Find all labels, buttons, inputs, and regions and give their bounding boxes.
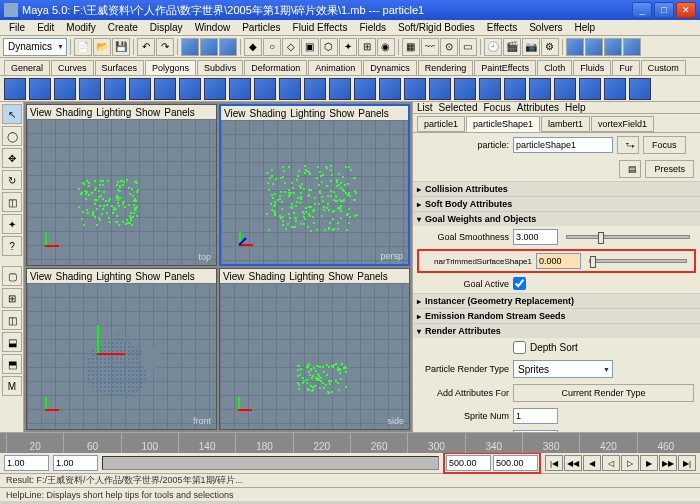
presets-button[interactable]: Presets xyxy=(645,160,694,178)
layout-1-icon[interactable] xyxy=(566,38,584,56)
shelf-icon[interactable] xyxy=(204,78,226,100)
sprite-num-input[interactable] xyxy=(513,408,558,424)
select-object-icon[interactable] xyxy=(200,38,218,56)
shelf-icon[interactable] xyxy=(79,78,101,100)
rewind-icon[interactable]: |◀ xyxy=(545,455,563,471)
sprite-sx-input[interactable] xyxy=(513,430,558,432)
script-icon[interactable]: M xyxy=(2,376,22,396)
step-back-icon[interactable]: ◀◀ xyxy=(564,455,582,471)
shelf-icon[interactable] xyxy=(329,78,351,100)
menu-fields[interactable]: Fields xyxy=(354,21,391,34)
select-tool-icon[interactable]: ↖ xyxy=(2,104,22,124)
play-fwd-icon[interactable]: ▷ xyxy=(621,455,639,471)
menu-particles[interactable]: Particles xyxy=(237,21,285,34)
snap-grid-icon[interactable]: ▦ xyxy=(402,38,420,56)
shelf-tab-fluids[interactable]: Fluids xyxy=(573,60,611,75)
mask-5-icon[interactable]: ⬡ xyxy=(320,38,338,56)
obj-tab-lambert1[interactable]: lambert1 xyxy=(541,116,590,132)
end-icon[interactable]: ▶| xyxy=(678,455,696,471)
anim-end-input[interactable] xyxy=(493,455,538,471)
render-icon[interactable]: 🎬 xyxy=(503,38,521,56)
mask-8-icon[interactable]: ◉ xyxy=(377,38,395,56)
attr-menu-help[interactable]: Help xyxy=(565,102,586,113)
attr-menu-selected[interactable]: Selected xyxy=(439,102,478,113)
range-slider[interactable] xyxy=(102,456,439,470)
mask-7-icon[interactable]: ⊞ xyxy=(358,38,376,56)
shelf-icon[interactable] xyxy=(279,78,301,100)
module-selector[interactable]: Dynamics xyxy=(3,38,67,56)
ipr-icon[interactable]: 📷 xyxy=(522,38,540,56)
layout-c-icon[interactable]: ⬒ xyxy=(2,354,22,374)
time-slider[interactable]: 2060100140180220260300340380420460 xyxy=(0,433,700,453)
layout-2-icon[interactable] xyxy=(585,38,603,56)
shelf-icon[interactable] xyxy=(29,78,51,100)
layout-3-icon[interactable] xyxy=(604,38,622,56)
shelf-tab-dynamics[interactable]: Dynamics xyxy=(363,60,417,75)
shelf-icon[interactable] xyxy=(154,78,176,100)
menu-effects[interactable]: Effects xyxy=(482,21,522,34)
command-line[interactable]: Result: F:/王威资料/个人作品/数字世界/2005年第1期/碎片... xyxy=(0,473,700,487)
obj-tab-particle1[interactable]: particle1 xyxy=(417,116,465,132)
layout-a-icon[interactable]: ◫ xyxy=(2,310,22,330)
range-start-input[interactable] xyxy=(53,455,98,471)
shelf-icon[interactable] xyxy=(504,78,526,100)
new-scene-icon[interactable]: 📄 xyxy=(74,38,92,56)
section-softbody[interactable]: Soft Body Attributes xyxy=(413,196,700,211)
layout-4-icon[interactable] xyxy=(623,38,641,56)
menu-file[interactable]: File xyxy=(4,21,30,34)
shelf-icon[interactable] xyxy=(579,78,601,100)
presets-icon-button[interactable]: ▤ xyxy=(619,160,641,178)
obj-tab-particleshape1[interactable]: particleShape1 xyxy=(466,116,540,132)
shelf-icon[interactable] xyxy=(404,78,426,100)
scale-tool-icon[interactable]: ◫ xyxy=(2,192,22,212)
four-view-icon[interactable]: ⊞ xyxy=(2,288,22,308)
shelf-icon[interactable] xyxy=(604,78,626,100)
shelf-tab-general[interactable]: General xyxy=(4,60,50,75)
menu-window[interactable]: Window xyxy=(190,21,236,34)
menu-edit[interactable]: Edit xyxy=(32,21,59,34)
shelf-icon[interactable] xyxy=(429,78,451,100)
viewport-persp[interactable]: ViewShadingLightingShowPanels persp xyxy=(219,104,410,266)
goal-smoothness-input[interactable] xyxy=(513,229,558,245)
single-view-icon[interactable]: ▢ xyxy=(2,266,22,286)
menu-create[interactable]: Create xyxy=(103,21,143,34)
step-fwd-icon[interactable]: ▶▶ xyxy=(659,455,677,471)
menu-help[interactable]: Help xyxy=(570,21,601,34)
add-attr-button[interactable]: Current Render Type xyxy=(513,384,694,402)
mask-3-icon[interactable]: ◇ xyxy=(282,38,300,56)
shelf-icon[interactable] xyxy=(304,78,326,100)
goal-shape-input[interactable] xyxy=(536,253,581,269)
last-tool-icon[interactable]: ? xyxy=(2,236,22,256)
section-goals[interactable]: Goal Weights and Objects xyxy=(413,211,700,226)
anim-start-input[interactable] xyxy=(4,455,49,471)
shelf-tab-rendering[interactable]: Rendering xyxy=(418,60,474,75)
mask-2-icon[interactable]: ○ xyxy=(263,38,281,56)
maximize-button[interactable]: □ xyxy=(654,2,674,18)
rotate-tool-icon[interactable]: ↻ xyxy=(2,170,22,190)
undo-icon[interactable]: ↶ xyxy=(137,38,155,56)
shelf-icon[interactable] xyxy=(379,78,401,100)
viewport-front[interactable]: ViewShadingLightingShowPanels front xyxy=(26,268,217,430)
goal-smoothness-slider[interactable] xyxy=(566,235,690,239)
viewport-top[interactable]: ViewShadingLightingShowPanels top xyxy=(26,104,217,266)
shelf-tab-curves[interactable]: Curves xyxy=(51,60,94,75)
save-scene-icon[interactable]: 💾 xyxy=(112,38,130,56)
menu-display[interactable]: Display xyxy=(145,21,188,34)
goal-active-checkbox[interactable] xyxy=(513,277,526,290)
snap-point-icon[interactable]: ⊙ xyxy=(440,38,458,56)
render-type-select[interactable]: Sprites xyxy=(513,360,613,378)
obj-tab-vortexfield1[interactable]: vortexField1 xyxy=(591,116,654,132)
prev-frame-icon[interactable]: ◀ xyxy=(583,455,601,471)
shelf-tab-painteffects[interactable]: PaintEffects xyxy=(474,60,536,75)
lasso-tool-icon[interactable]: ◯ xyxy=(2,126,22,146)
goal-shape-slider[interactable] xyxy=(589,259,687,263)
shelf-icon[interactable] xyxy=(54,78,76,100)
shelf-icon[interactable] xyxy=(179,78,201,100)
manip-tool-icon[interactable]: ✦ xyxy=(2,214,22,234)
shelf-tab-polygons[interactable]: Polygons xyxy=(145,60,196,75)
shelf-icon[interactable] xyxy=(4,78,26,100)
menu-softrigid[interactable]: Soft/Rigid Bodies xyxy=(393,21,480,34)
shelf-tab-surfaces[interactable]: Surfaces xyxy=(95,60,145,75)
attr-menu-list[interactable]: List xyxy=(417,102,433,113)
shelf-icon[interactable] xyxy=(354,78,376,100)
